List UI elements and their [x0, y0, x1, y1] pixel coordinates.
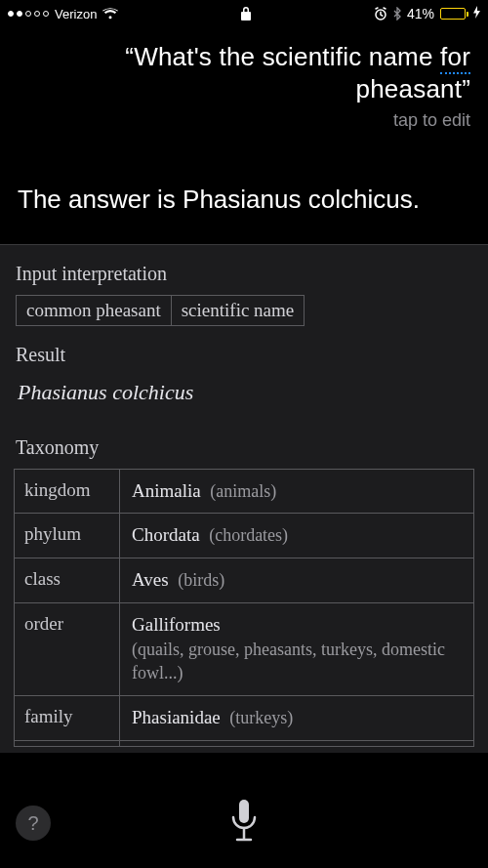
dictation-correction-word[interactable]: for [440, 42, 470, 74]
taxonomy-paren: (turkeys) [229, 708, 293, 727]
table-row: phylum Chordata (chordates) [15, 514, 473, 558]
taxonomy-rank: order [15, 603, 120, 695]
tap-to-edit-hint[interactable]: tap to edit [18, 110, 470, 131]
taxonomy-rank: phylum [15, 514, 120, 558]
siri-bottom-bar: ? [0, 774, 488, 868]
close-quote: ” [462, 74, 470, 103]
result-value: Phasianus colchicus [0, 376, 488, 419]
wolfram-card: Input interpretation common pheasant sci… [0, 244, 488, 753]
taxonomy-paren: (birds) [178, 570, 224, 590]
help-icon: ? [27, 812, 38, 835]
taxonomy-name: Aves [132, 569, 169, 590]
microphone-button[interactable] [229, 798, 259, 845]
query-text: “What's the scientific name for pheasant… [18, 41, 470, 104]
taxonomy-name: Galliformes [132, 614, 221, 635]
section-header-result: Result [0, 326, 488, 376]
bluetooth-icon [393, 7, 401, 21]
table-row [15, 741, 473, 747]
section-header-input-interpretation: Input interpretation [0, 245, 488, 295]
open-quote: “ [125, 42, 134, 71]
table-row: class Aves (birds) [15, 558, 473, 603]
taxonomy-name: Chordata [132, 524, 200, 545]
wifi-icon [102, 8, 118, 20]
taxonomy-table: kingdom Animalia (animals) phylum Chorda… [14, 469, 474, 747]
status-bar: Verizon 41% [0, 0, 488, 27]
carrier-label: Verizon [55, 7, 97, 21]
taxonomy-name: Animalia [132, 480, 201, 501]
chip-scientific-name: scientific name [171, 296, 305, 325]
charging-icon [473, 6, 480, 21]
help-button[interactable]: ? [16, 806, 51, 841]
siri-answer: The answer is Phasianus colchicus. [0, 137, 488, 244]
section-header-taxonomy: Taxonomy [0, 419, 488, 469]
siri-query[interactable]: “What's the scientific name for pheasant… [0, 27, 488, 137]
table-row: order Galliformes(quails, grouse, pheasa… [15, 603, 473, 696]
taxonomy-name: Phasianidae [132, 707, 221, 727]
battery-percent-label: 41% [407, 6, 434, 21]
taxonomy-rank: family [15, 696, 120, 740]
taxonomy-paren: (quails, grouse, pheasants, turkeys, dom… [132, 640, 445, 683]
table-row: family Phasianidae (turkeys) [15, 696, 473, 741]
svg-rect-1 [239, 800, 249, 823]
alarm-icon [374, 7, 387, 21]
taxonomy-rank: kingdom [15, 470, 120, 514]
taxonomy-paren: (animals) [210, 481, 276, 501]
lock-icon [241, 7, 251, 21]
taxonomy-rank: class [15, 558, 120, 602]
table-row: kingdom Animalia (animals) [15, 470, 473, 515]
chip-common-pheasant: common pheasant [17, 296, 171, 325]
battery-icon [440, 8, 466, 20]
cell-signal-dots [8, 11, 49, 17]
taxonomy-paren: (chordates) [209, 525, 288, 545]
input-interpretation-box: common pheasant scientific name [0, 295, 488, 326]
